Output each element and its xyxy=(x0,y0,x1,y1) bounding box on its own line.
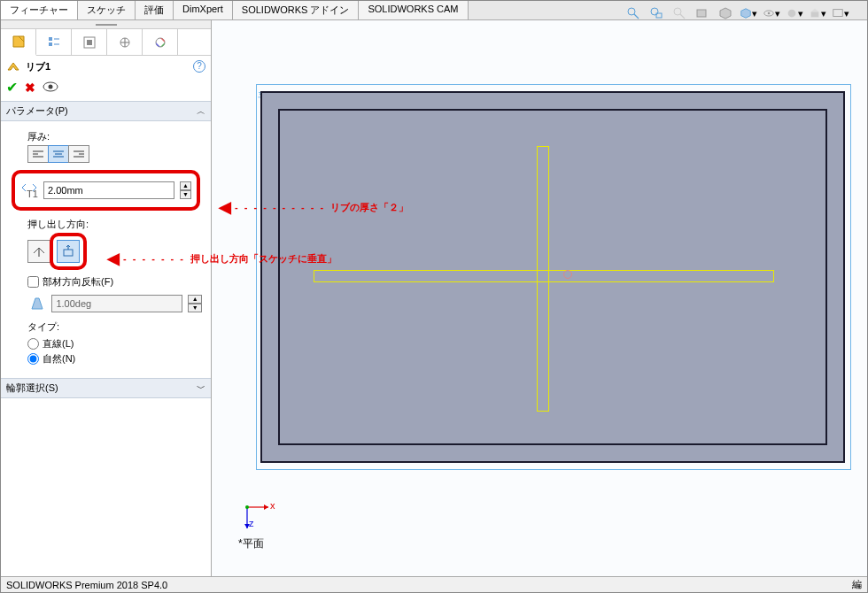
arrow-left-icon: ◀ xyxy=(107,249,120,268)
draft-icon[interactable] xyxy=(27,294,46,313)
view-orientation-icon[interactable] xyxy=(717,4,734,22)
svg-point-9 xyxy=(788,10,796,18)
type-line-radio[interactable] xyxy=(27,338,39,350)
status-bar: SOLIDWORKS Premium 2018 SP4.0 編 xyxy=(1,576,867,592)
extrude-direction-label: 押し出し方向: xyxy=(27,218,202,231)
svg-rect-11 xyxy=(833,10,843,17)
contour-select-section-header[interactable]: 輪郭選択(S) ﹀ xyxy=(1,378,211,398)
tab-evaluate[interactable]: 評価 xyxy=(136,1,174,19)
panel-drag-handle[interactable] xyxy=(1,20,211,29)
thickness-label: 厚み: xyxy=(27,130,202,143)
apply-scene-icon[interactable]: ▾ xyxy=(809,4,826,22)
tab-sw-addins[interactable]: SOLIDWORKS アドイン xyxy=(233,1,360,19)
svg-text:z: z xyxy=(249,518,254,528)
draft-spin-up[interactable]: ▲ xyxy=(188,295,202,304)
view-settings-icon[interactable]: ▾ xyxy=(832,4,849,22)
thickness-dimension-icon: T1 xyxy=(20,181,38,200)
svg-point-23 xyxy=(49,84,53,89)
highlight-direction-normal xyxy=(50,233,87,270)
direction-normal-to-sketch-button[interactable] xyxy=(57,240,80,263)
svg-text:T1: T1 xyxy=(27,189,38,199)
feature-name: リブ1 xyxy=(26,60,50,73)
accept-cancel-row: ✔ ✖ xyxy=(1,77,211,101)
feature-manager-tab-icon[interactable] xyxy=(1,29,36,56)
svg-line-1 xyxy=(634,14,639,19)
svg-rect-13 xyxy=(49,42,52,46)
svg-point-8 xyxy=(768,12,771,15)
display-manager-tab-icon[interactable] xyxy=(143,29,178,55)
feature-title-row: リブ1 ? xyxy=(1,56,211,77)
svg-marker-38 xyxy=(264,504,268,510)
rib-sketch-horizontal xyxy=(314,270,774,282)
svg-text:x: x xyxy=(270,500,275,511)
view-hud-toolbar: ▾ ▾ ▾ ▾ ▾ xyxy=(624,4,849,22)
rib-feature-icon xyxy=(6,59,20,73)
arrow-left-icon: ◀ xyxy=(219,197,231,217)
view-triad[interactable]: x z xyxy=(240,497,275,532)
hide-show-icon[interactable]: ▾ xyxy=(763,4,780,22)
svg-point-43 xyxy=(245,505,249,509)
dimxpert-manager-tab-icon[interactable] xyxy=(107,29,143,55)
expand-caret-icon: ﹀ xyxy=(197,382,205,395)
svg-point-2 xyxy=(651,8,658,15)
parameters-section-header[interactable]: パラメータ(P) ︿ xyxy=(1,101,211,121)
thickness-second-side-button[interactable] xyxy=(68,145,89,163)
draft-angle-input xyxy=(51,295,182,312)
zoom-area-icon[interactable] xyxy=(647,4,665,22)
help-icon[interactable]: ? xyxy=(193,60,205,73)
thickness-first-side-button[interactable] xyxy=(27,145,49,163)
svg-point-0 xyxy=(628,8,635,15)
thickness-input[interactable] xyxy=(43,181,174,199)
panel-tab-strip xyxy=(1,29,211,56)
thickness-spin-up[interactable]: ▲ xyxy=(180,181,191,190)
annotation-thickness: ◀ - - - - - - - - - - リブの厚さ「２」 xyxy=(219,197,408,217)
flip-material-checkbox[interactable] xyxy=(27,276,39,288)
configuration-manager-tab-icon[interactable] xyxy=(72,29,107,55)
thickness-spin-down[interactable]: ▼ xyxy=(180,190,191,199)
triad-plane-label: *平面 xyxy=(238,536,264,551)
type-natural-radio[interactable] xyxy=(27,353,39,365)
svg-rect-17 xyxy=(87,40,92,45)
property-manager-tab-icon[interactable] xyxy=(36,29,72,55)
model-body[interactable] xyxy=(260,91,845,463)
tab-sketch[interactable]: スケッチ xyxy=(78,1,136,19)
highlight-thickness-input: T1 ▲ ▼ xyxy=(12,170,200,211)
svg-point-4 xyxy=(674,8,681,15)
flip-material-label: 部材方向反転(F) xyxy=(43,275,113,289)
thickness-side-buttons xyxy=(27,145,202,163)
tab-sw-cam[interactable]: SOLIDWORKS CAM xyxy=(359,1,468,19)
previous-view-icon[interactable] xyxy=(670,4,688,22)
tab-features[interactable]: フィーチャー xyxy=(1,1,78,19)
preview-toggle-icon[interactable] xyxy=(43,81,58,95)
svg-rect-10 xyxy=(811,12,819,17)
cancel-icon[interactable]: ✖ xyxy=(25,81,35,95)
type-label: タイプ: xyxy=(27,320,202,334)
thickness-spinner: ▲ ▼ xyxy=(180,181,191,199)
display-style-icon[interactable]: ▾ xyxy=(740,4,757,22)
draft-spinner: ▲ ▼ xyxy=(188,295,202,312)
section-view-icon[interactable] xyxy=(694,4,711,22)
property-manager-panel: リブ1 ? ✔ ✖ パラメータ(P) ︿ 厚み: T1 xyxy=(1,20,212,576)
graphics-viewport[interactable]: 平面 ◀ - - - - - - - - - - リブの厚さ「２」 ◀ - - … xyxy=(212,20,867,576)
sketch-origin-icon xyxy=(563,270,572,279)
svg-rect-6 xyxy=(697,10,706,17)
status-right-label: 編 xyxy=(852,578,862,591)
edit-appearance-icon[interactable]: ▾ xyxy=(786,4,803,22)
svg-line-5 xyxy=(680,14,685,19)
svg-rect-12 xyxy=(49,37,52,41)
thickness-both-sides-button[interactable] xyxy=(48,145,69,163)
zoom-fit-icon[interactable] xyxy=(624,4,642,22)
product-version-label: SOLIDWORKS Premium 2018 SP4.0 xyxy=(6,580,167,590)
accept-icon[interactable]: ✔ xyxy=(6,79,18,96)
draft-spin-down[interactable]: ▼ xyxy=(188,304,202,312)
svg-rect-35 xyxy=(64,250,73,256)
annotation-direction: ◀ - - - - - - - 押し出し方向「スケッチに垂直」 xyxy=(107,249,337,268)
direction-parallel-button[interactable] xyxy=(27,240,50,263)
tab-dimxpert[interactable]: DimXpert xyxy=(174,1,233,19)
type-radio-group: 直線(L) 自然(N) xyxy=(27,337,202,366)
collapse-caret-icon: ︿ xyxy=(197,105,205,118)
